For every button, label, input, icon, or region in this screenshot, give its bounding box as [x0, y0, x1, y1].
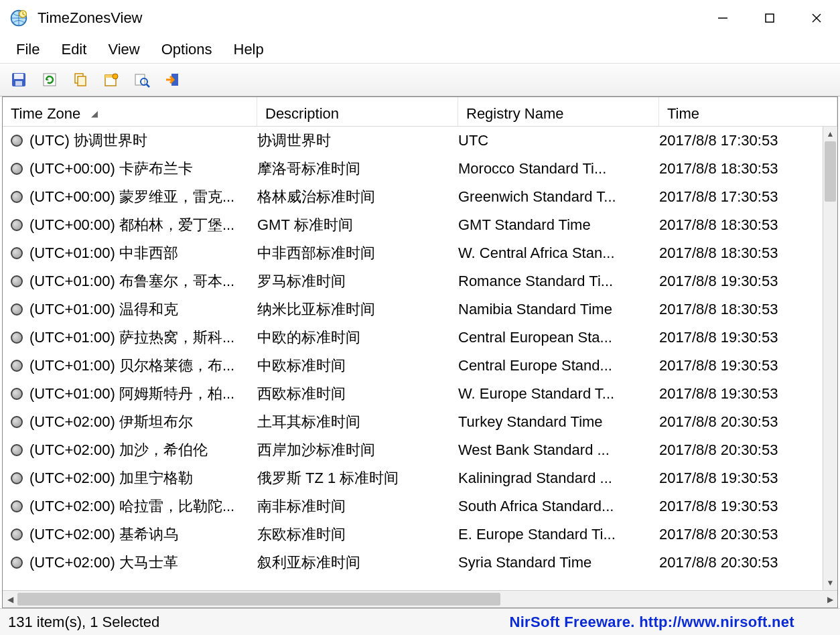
close-button[interactable]	[793, 0, 840, 36]
cell-timezone: (UTC+00:00) 卡萨布兰卡	[3, 159, 257, 179]
cell-description: 东欧标准时间	[257, 524, 458, 545]
cell-description: 叙利亚标准时间	[257, 553, 458, 573]
cell-registry: Syria Standard Time	[458, 554, 659, 571]
save-icon[interactable]	[9, 70, 28, 89]
exit-icon[interactable]	[163, 70, 182, 89]
column-header-registry[interactable]: Registry Name	[458, 97, 659, 126]
cell-text: (UTC+01:00) 温得和克	[29, 299, 178, 320]
scroll-thumb[interactable]	[825, 141, 836, 202]
cell-description: 土耳其标准时间	[257, 412, 458, 432]
cell-text: (UTC+02:00) 伊斯坦布尔	[29, 412, 193, 432]
title-bar: TimeZonesView	[0, 0, 840, 36]
menu-view[interactable]: View	[98, 38, 149, 61]
cell-registry: Romance Standard Ti...	[458, 273, 659, 290]
cell-time: 2017/8/8 17:30:53	[659, 188, 823, 206]
table-row[interactable]: (UTC+01:00) 贝尔格莱德，布...中欧标准时间Central Euro…	[3, 352, 823, 380]
menu-file[interactable]: File	[7, 38, 49, 61]
table-row[interactable]: (UTC+01:00) 中非西部中非西部标准时间W. Central Afric…	[3, 239, 823, 267]
table-row[interactable]: (UTC+02:00) 加沙，希伯伦西岸加沙标准时间West Bank Stan…	[3, 436, 823, 464]
cell-registry: GMT Standard Time	[458, 216, 659, 234]
cell-timezone: (UTC+01:00) 阿姆斯特丹，柏...	[3, 384, 257, 404]
column-header-timezone[interactable]: Time Zone ◢	[3, 97, 257, 126]
cell-registry: Central Europe Stand...	[458, 357, 659, 374]
cell-text: (UTC+02:00) 大马士革	[29, 553, 178, 573]
globe-icon	[11, 332, 23, 344]
window-controls	[699, 0, 840, 36]
cell-registry: UTC	[458, 132, 659, 149]
column-header-description[interactable]: Description	[257, 97, 458, 126]
refresh-icon[interactable]	[40, 70, 59, 89]
table-row[interactable]: (UTC+02:00) 哈拉雷，比勒陀...南非标准时间South Africa…	[3, 492, 823, 520]
status-link[interactable]: NirSoft Freeware. http://www.nirsoft.net	[509, 614, 835, 631]
table-row[interactable]: (UTC+00:00) 蒙罗维亚，雷克...格林威治标准时间Greenwich …	[3, 183, 823, 211]
cell-time: 2017/8/8 19:30:53	[659, 498, 823, 515]
cell-timezone: (UTC+01:00) 萨拉热窝，斯科...	[3, 328, 257, 348]
table-row[interactable]: (UTC+02:00) 基希讷乌东欧标准时间E. Europe Standard…	[3, 520, 823, 549]
scroll-up-icon[interactable]: ▲	[823, 127, 837, 141]
sort-indicator-icon: ◢	[91, 109, 98, 119]
scroll-right-icon[interactable]: ▶	[823, 595, 837, 604]
svg-point-14	[113, 74, 118, 79]
cell-time: 2017/8/8 20:30:53	[659, 413, 823, 431]
svg-rect-7	[14, 74, 23, 79]
cell-time: 2017/8/8 19:30:53	[659, 470, 823, 487]
cell-time: 2017/8/8 19:30:53	[659, 273, 823, 290]
cell-text: (UTC+02:00) 哈拉雷，比勒陀...	[29, 496, 234, 516]
horizontal-scrollbar[interactable]: ◀ ▶	[3, 590, 837, 608]
cell-description: 南非标准时间	[257, 496, 458, 516]
table-row[interactable]: (UTC+02:00) 伊斯坦布尔土耳其标准时间Turkey Standard …	[3, 408, 823, 436]
cell-timezone: (UTC+02:00) 加沙，希伯伦	[3, 440, 257, 460]
table-row[interactable]: (UTC+02:00) 大马士革叙利亚标准时间Syria Standard Ti…	[3, 549, 823, 577]
column-header-time[interactable]: Time	[659, 97, 837, 126]
cell-description: 格林威治标准时间	[257, 187, 458, 207]
scroll-down-icon[interactable]: ▼	[823, 575, 837, 590]
table-row[interactable]: (UTC) 协调世界时协调世界时UTC2017/8/8 17:30:53	[3, 127, 823, 155]
cell-time: 2017/8/8 19:30:53	[659, 357, 823, 374]
hscroll-track[interactable]	[17, 591, 823, 608]
maximize-button[interactable]	[746, 0, 793, 36]
cell-timezone: (UTC+01:00) 中非西部	[3, 243, 257, 263]
cell-description: 西欧标准时间	[257, 384, 458, 404]
cell-registry: W. Europe Standard T...	[458, 385, 659, 403]
svg-rect-8	[15, 81, 22, 86]
cell-time: 2017/8/8 19:30:53	[659, 385, 823, 403]
table-row[interactable]: (UTC+01:00) 温得和克纳米比亚标准时间Namibia Standard…	[3, 295, 823, 324]
menu-help[interactable]: Help	[224, 38, 273, 61]
cell-timezone: (UTC) 协调世界时	[3, 131, 257, 151]
cell-time: 2017/8/8 18:30:53	[659, 160, 823, 178]
cell-text: (UTC+01:00) 中非西部	[29, 243, 178, 263]
globe-icon	[11, 303, 23, 315]
table-row[interactable]: (UTC+02:00) 加里宁格勒俄罗斯 TZ 1 标准时间Kaliningra…	[3, 464, 823, 492]
cell-registry: Greenwich Standard T...	[458, 188, 659, 206]
cell-timezone: (UTC+02:00) 基希讷乌	[3, 524, 257, 545]
scroll-left-icon[interactable]: ◀	[3, 595, 17, 604]
cell-description: 西岸加沙标准时间	[257, 440, 458, 460]
copy-icon[interactable]	[71, 70, 90, 89]
menu-options[interactable]: Options	[152, 38, 222, 61]
vertical-scrollbar[interactable]: ▲ ▼	[823, 127, 837, 590]
table-row[interactable]: (UTC+01:00) 阿姆斯特丹，柏...西欧标准时间W. Europe St…	[3, 380, 823, 408]
globe-icon	[11, 163, 23, 175]
cell-description: GMT 标准时间	[257, 215, 458, 235]
status-item-count: 131 item(s), 1 Selected	[5, 614, 509, 631]
cell-description: 罗马标准时间	[257, 271, 458, 291]
table-row[interactable]: (UTC+01:00) 萨拉热窝，斯科...中欧的标准时间Central Eur…	[3, 324, 823, 352]
find-icon[interactable]	[133, 70, 151, 89]
cell-timezone: (UTC+02:00) 哈拉雷，比勒陀...	[3, 496, 257, 516]
table-row[interactable]: (UTC+00:00) 都柏林，爱丁堡...GMT 标准时间GMT Standa…	[3, 211, 823, 239]
cell-text: (UTC+01:00) 贝尔格莱德，布...	[29, 356, 234, 376]
cell-registry: Turkey Standard Time	[458, 413, 659, 431]
minimize-button[interactable]	[699, 0, 746, 36]
cell-time: 2017/8/8 18:30:53	[659, 216, 823, 234]
globe-icon	[11, 500, 23, 512]
cell-timezone: (UTC+00:00) 都柏林，爱丁堡...	[3, 215, 257, 235]
table-row[interactable]: (UTC+01:00) 布鲁塞尔，哥本...罗马标准时间Romance Stan…	[3, 267, 823, 295]
properties-icon[interactable]	[102, 70, 121, 89]
cell-registry: E. Europe Standard Ti...	[458, 526, 659, 543]
hscroll-thumb[interactable]	[17, 593, 500, 606]
main-window: TimeZonesView File Edit View Options Hel…	[0, 0, 840, 635]
cell-text: (UTC+00:00) 卡萨布兰卡	[29, 159, 193, 179]
table-row[interactable]: (UTC+00:00) 卡萨布兰卡摩洛哥标准时间Morocco Standard…	[3, 155, 823, 183]
menu-edit[interactable]: Edit	[52, 38, 96, 61]
cell-registry: W. Central Africa Stan...	[458, 244, 659, 262]
